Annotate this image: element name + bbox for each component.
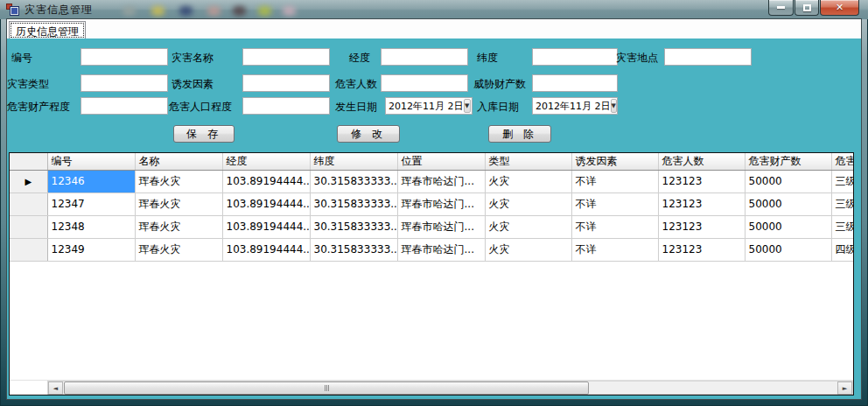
label-threatened-property: 威胁财产数 [473, 77, 526, 92]
scroll-left-icon[interactable]: ◄ [48, 382, 63, 395]
column-header[interactable]: 类型 [485, 153, 571, 170]
app-icon [6, 4, 20, 17]
grid-cell[interactable]: 12347 [47, 192, 135, 215]
grid-cell[interactable]: 珲春火灾 [135, 192, 222, 215]
grid-cell[interactable]: 三级 [831, 215, 854, 238]
title-bar[interactable]: 灾害信息管理 ✕ [0, 0, 868, 19]
label-number: 编号 [11, 51, 32, 66]
label-population-damage-degree: 危害人口程度 [169, 100, 232, 115]
row-selector[interactable] [10, 238, 47, 261]
column-header[interactable]: 诱发因素 [571, 153, 658, 170]
data-grid: 编号名称经度纬度位置类型诱发因素危害人数危害财产数危害 ▶12346珲春火灾10… [9, 152, 854, 396]
grid-cell[interactable]: 103.89194444... [222, 192, 310, 215]
row-selector[interactable] [10, 215, 47, 238]
grid-cell[interactable]: 火灾 [485, 238, 571, 261]
disaster-name-input[interactable] [242, 48, 330, 66]
grid-cell[interactable]: 50000 [745, 192, 831, 215]
background-blur-icon [258, 6, 271, 16]
column-header[interactable]: 危害 [831, 153, 854, 170]
chevron-down-icon[interactable]: ▼ [611, 99, 617, 113]
grid-cell[interactable]: 珲春市哈达门... [397, 170, 485, 192]
grid-cell[interactable]: 50000 [745, 215, 831, 238]
save-button[interactable]: 保 存 [173, 125, 234, 143]
grid-cell[interactable]: 珲春市哈达门... [397, 215, 485, 238]
horizontal-scrollbar: ◄ ► [10, 380, 853, 395]
column-header[interactable]: 纬度 [310, 153, 397, 170]
column-header[interactable]: 位置 [397, 153, 485, 170]
grid-cell[interactable]: 30.315833333... [310, 170, 397, 192]
scrollbar-thumb[interactable] [64, 382, 589, 395]
grid-cell[interactable]: 50000 [745, 238, 831, 261]
grid-cell[interactable]: 珲春市哈达门... [397, 192, 485, 215]
property-damage-degree-input[interactable] [80, 97, 168, 115]
disaster-type-input[interactable] [80, 74, 168, 92]
row-selector-header[interactable] [10, 153, 47, 170]
longitude-input[interactable] [381, 48, 468, 66]
grid-cell[interactable]: 四级 [831, 238, 854, 261]
close-button[interactable]: ✕ [820, 0, 859, 16]
grid-cell[interactable]: 123123 [658, 238, 745, 261]
row-selector[interactable]: ▶ [10, 170, 47, 192]
grid-cell[interactable]: 珲春市哈达门... [397, 238, 485, 261]
tab-label: 历史信息管理 [10, 23, 84, 38]
delete-button[interactable]: 删 除 [488, 125, 551, 143]
grid-cell[interactable]: 30.315833333... [310, 238, 397, 261]
background-blur-icon [122, 6, 136, 16]
grid-cell[interactable]: 103.89194444... [222, 170, 310, 192]
threatened-property-input[interactable] [532, 74, 618, 92]
table-row: 12349珲春火灾103.89194444...30.315833333...珲… [10, 238, 854, 261]
grid-cell[interactable]: 珲春火灾 [135, 215, 222, 238]
grid-cell[interactable]: 火灾 [485, 192, 571, 215]
grid-cell[interactable]: 123123 [658, 215, 745, 238]
trigger-factor-input[interactable] [242, 74, 330, 92]
tab-history-info[interactable]: 历史信息管理 [9, 21, 86, 38]
grid-cell[interactable]: 珲春火灾 [135, 170, 222, 192]
column-header[interactable]: 名称 [135, 153, 222, 170]
scroll-right-icon[interactable]: ► [837, 382, 852, 395]
table-row: 12348珲春火灾103.89194444...30.315833333...珲… [10, 215, 854, 238]
column-header[interactable]: 经度 [222, 153, 310, 170]
grid-cell[interactable]: 103.89194444... [222, 238, 310, 261]
grid-cell[interactable]: 30.315833333... [310, 192, 397, 215]
label-disaster-type: 灾害类型 [7, 77, 49, 92]
grid-cell[interactable]: 不详 [571, 215, 658, 238]
occurrence-date-picker[interactable]: 2012年11月 2日 ▼ [385, 97, 472, 115]
grid-cell[interactable]: 12348 [47, 215, 135, 238]
scrollbar-track[interactable]: ◄ ► [47, 381, 853, 395]
scrollbar-corner [10, 381, 47, 395]
latitude-input[interactable] [532, 48, 618, 66]
column-header[interactable]: 编号 [47, 153, 135, 170]
minimize-icon [777, 6, 785, 9]
grid-cell[interactable]: 不详 [571, 192, 658, 215]
chevron-down-icon[interactable]: ▼ [464, 99, 472, 113]
column-header[interactable]: 危害财产数 [745, 153, 831, 170]
maximize-button[interactable] [794, 0, 819, 16]
grid-cell[interactable]: 珲春火灾 [135, 238, 222, 261]
label-disaster-name: 灾害名称 [172, 51, 214, 66]
grid-cell[interactable]: 50000 [745, 170, 831, 192]
grid-cell[interactable]: 103.89194444... [222, 215, 310, 238]
grid-cell[interactable]: 不详 [571, 170, 658, 192]
entry-date-picker[interactable]: 2012年11月 2日 ▼ [532, 97, 618, 115]
number-input[interactable] [80, 48, 168, 66]
background-blur-icon [207, 6, 220, 16]
affected-people-input[interactable] [381, 74, 468, 92]
column-header[interactable]: 危害人数 [658, 153, 745, 170]
grid-header: 编号名称经度纬度位置类型诱发因素危害人数危害财产数危害 [10, 153, 854, 170]
grid-cell[interactable]: 火灾 [485, 215, 571, 238]
grid-cell[interactable]: 12346 [47, 170, 135, 192]
grid-cell[interactable]: 123123 [658, 192, 745, 215]
minimize-button[interactable] [768, 0, 794, 16]
grid-cell[interactable]: 30.315833333... [310, 215, 397, 238]
row-selector[interactable] [10, 192, 47, 215]
grid-cell[interactable]: 不详 [571, 238, 658, 261]
grid-cell[interactable]: 12349 [47, 238, 135, 261]
grid-cell[interactable]: 三级 [831, 170, 854, 192]
location-input[interactable] [664, 48, 752, 66]
grid-cell[interactable]: 三级 [831, 192, 854, 215]
window-title: 灾害信息管理 [24, 3, 93, 18]
modify-button[interactable]: 修 改 [337, 125, 400, 143]
grid-cell[interactable]: 123123 [658, 170, 745, 192]
grid-cell[interactable]: 火灾 [485, 170, 571, 192]
population-damage-degree-input[interactable] [242, 97, 330, 115]
